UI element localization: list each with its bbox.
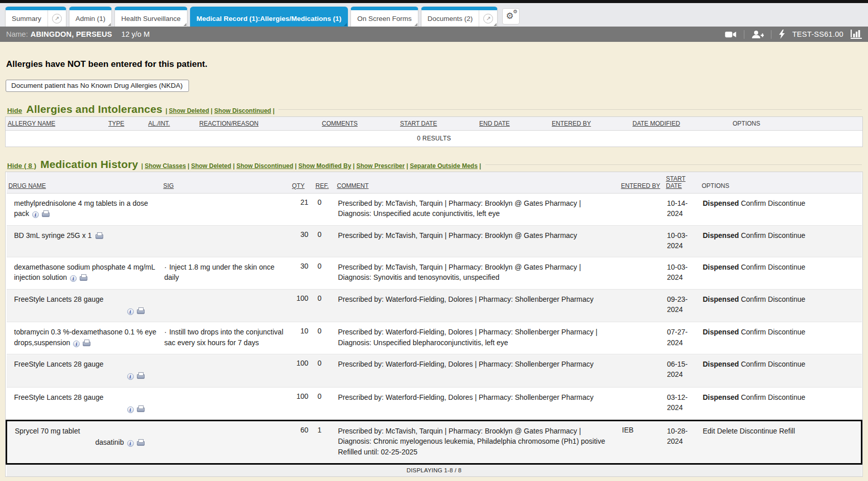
column-header[interactable]: REF.	[316, 182, 329, 189]
allergies-table-container: ALLERGY NAMETYPEAL./INT.REACTION/REASONC…	[5, 116, 863, 147]
entered-by-value	[619, 322, 664, 354]
option-actions[interactable]: Confirm Discontinue	[741, 231, 805, 239]
print-icon[interactable]	[136, 307, 144, 314]
column-header: OPTIONS	[733, 120, 760, 127]
nkda-document-button[interactable]: Document patient has No Known Drug Aller…	[6, 80, 189, 92]
option-actions[interactable]: Confirm Discontinue	[741, 295, 805, 303]
section-link[interactable]: Show Discontinued	[214, 107, 271, 114]
dispensed-status: Dispensed	[703, 199, 739, 207]
medication-row: dexamethasone sodium phosphate 4 mg/mL i…	[7, 257, 862, 290]
option-actions[interactable]: Confirm Discontinue	[741, 199, 805, 207]
open-in-new-icon[interactable]: ↗	[48, 10, 66, 27]
section-link[interactable]: Show Modified By	[298, 162, 351, 170]
section-link[interactable]: Show Deleted	[169, 107, 209, 114]
column-header[interactable]: START DATE	[666, 175, 686, 189]
entered-by-value	[619, 257, 664, 290]
drug-icons	[93, 231, 103, 239]
comment-text: Prescribed by: McTavish, Tarquin | Pharm…	[338, 426, 616, 447]
patient-bar: Name: ABINGDON, PERSEUS 12 y/o M TEST-SS…	[0, 27, 868, 42]
tab-admin-1[interactable]: Admin (1)	[69, 7, 112, 27]
section-link[interactable]: Show Deleted	[191, 162, 231, 170]
medication-row: Sprycel 70 mg tabletdasatinib601Prescrib…	[7, 421, 862, 464]
tab-summary[interactable]: Summary↗	[5, 7, 66, 27]
print-icon[interactable]	[136, 439, 144, 446]
options-cell: Dispensed Confirm Discontinue	[700, 387, 862, 421]
dispensed-status: Dispensed	[703, 263, 739, 271]
entered-by-value: IEB	[619, 421, 664, 464]
print-icon[interactable]	[95, 232, 103, 239]
entered-by-value	[619, 354, 664, 387]
dispensed-status: Dispensed	[703, 231, 739, 239]
start-date-value: 10-03-2024	[664, 257, 700, 290]
column-header[interactable]: SIG	[163, 182, 174, 189]
refills-value: 1	[314, 421, 335, 464]
section-link[interactable]: Show Classes	[145, 162, 186, 170]
section-link[interactable]: Separate Outside Meds	[410, 162, 478, 170]
tab-health-surveillance[interactable]: Health Surveillance	[114, 7, 187, 27]
column-header[interactable]: DRUG NAME	[9, 182, 46, 189]
print-icon[interactable]	[82, 340, 90, 346]
column-header[interactable]: END DATE	[479, 120, 510, 127]
option-actions[interactable]: Confirm Discontinue	[741, 263, 805, 271]
column-header[interactable]: COMMENT	[337, 182, 369, 189]
info-icon[interactable]	[73, 341, 80, 347]
option-actions[interactable]: Confirm Discontinue	[741, 360, 805, 368]
tab-medical-record-1-allergies-medications-1[interactable]: Medical Record (1):Allergies/Medications…	[190, 7, 348, 27]
column-header[interactable]: START DATE	[400, 120, 437, 127]
allergies-hide-link[interactable]: Hide	[7, 107, 22, 114]
column-header[interactable]: QTY	[292, 182, 305, 189]
info-icon[interactable]	[127, 406, 134, 413]
refills-value: 0	[314, 354, 335, 387]
medication-row: methylprednisolone 4 mg tablets in a dos…	[7, 194, 862, 226]
settings-gears-button[interactable]	[502, 8, 520, 25]
column-header[interactable]: DATE MODIFIED	[632, 120, 680, 127]
option-actions[interactable]: Confirm Discontinue	[741, 393, 805, 401]
section-link[interactable]: Show Prescriber	[356, 162, 405, 170]
add-person-icon[interactable]	[752, 30, 764, 39]
option-actions[interactable]: Edit Delete Discontinue Refill	[703, 427, 795, 435]
drug-icons: dasatinib	[95, 438, 144, 446]
qty-value: 21	[290, 194, 314, 226]
tab-on-screen-forms[interactable]: On Screen Forms	[350, 7, 418, 27]
info-icon[interactable]	[127, 373, 134, 380]
print-icon[interactable]	[136, 405, 144, 412]
lightning-icon[interactable]	[779, 30, 785, 39]
tab-label: Documents (2)	[421, 10, 479, 27]
column-header[interactable]: AL./INT.	[148, 120, 170, 127]
allergies-section-header: Hide Allergies and Intolerances | Show D…	[7, 103, 862, 115]
patient-name: ABINGDON, PERSEUS	[31, 30, 112, 38]
drug-icons	[31, 209, 49, 218]
info-icon[interactable]	[32, 211, 39, 218]
option-actions[interactable]: Confirm Discontinue	[741, 328, 805, 336]
dispensed-status: Dispensed	[703, 328, 739, 336]
dispensed-status: Dispensed	[703, 360, 739, 368]
comment-text: Prescribed by: Waterford-Fielding, Dolor…	[338, 327, 616, 348]
print-icon[interactable]	[136, 372, 144, 379]
video-camera-icon[interactable]	[725, 31, 737, 38]
section-link[interactable]: Show Discontinued	[237, 162, 293, 170]
medications-hide-link[interactable]: Hide ( 8 )	[7, 162, 36, 170]
info-icon[interactable]	[127, 440, 134, 447]
info-icon[interactable]	[127, 308, 134, 315]
column-header[interactable]: TYPE	[108, 120, 124, 127]
column-header[interactable]: ALLERGY NAME	[8, 120, 55, 127]
bar-chart-icon[interactable]	[851, 30, 862, 39]
tab-documents-2[interactable]: Documents (2)↗	[421, 7, 498, 27]
print-icon[interactable]	[41, 210, 49, 217]
column-header[interactable]: REACTION/REASON	[199, 120, 259, 127]
options-cell: Edit Delete Discontinue Refill	[700, 421, 862, 464]
start-date-value: 07-27-2024	[664, 322, 700, 354]
allergies-results-count: 0 RESULTS	[6, 131, 862, 147]
medications-section-title: Medication History	[40, 158, 138, 171]
column-header[interactable]: ENTERED BY	[552, 120, 591, 127]
print-icon[interactable]	[79, 274, 87, 281]
qty-value: 30	[290, 225, 314, 257]
sig-bullet: ·	[165, 328, 167, 336]
sig-text: Instill two drops into the conjunctival …	[165, 328, 284, 346]
tab-menu-fold-icon	[414, 23, 417, 26]
info-icon[interactable]	[70, 275, 77, 282]
column-header[interactable]: COMMENTS	[322, 120, 358, 127]
displaying-count: DISPLAYING 1-8 / 8	[7, 464, 862, 477]
drug-name: FreeStyle Lancets 28 gauge	[14, 360, 104, 368]
column-header[interactable]: ENTERED BY	[621, 182, 661, 189]
